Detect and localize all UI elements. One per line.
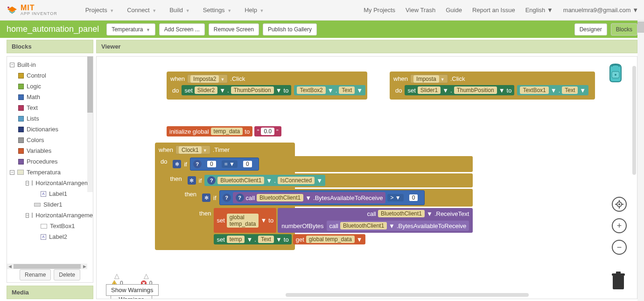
warnings-up-icon[interactable]: △	[114, 272, 119, 279]
cat-lists[interactable]: Lists	[9, 113, 91, 124]
page-vscroll[interactable]	[637, 21, 644, 301]
show-warnings-button[interactable]: Show Warnings	[106, 284, 159, 296]
cat-dictionaries[interactable]: Dictionaries	[9, 124, 91, 135]
tree-vscroll[interactable]	[87, 57, 93, 192]
link-view-trash[interactable]: View Trash	[406, 7, 435, 14]
cat-control[interactable]: Control	[9, 70, 91, 81]
blocks-tree: −Built-in Control Logic Math Text Lists …	[7, 57, 93, 282]
tree-screen[interactable]: −Temperatura	[9, 167, 91, 178]
designer-tab[interactable]: Designer	[574, 23, 607, 36]
project-title: home_automation_panel	[7, 24, 99, 34]
media-panel-title: Media	[7, 286, 93, 299]
blocks-tab[interactable]: Blocks	[611, 23, 637, 36]
errors-up-icon[interactable]: △	[144, 272, 149, 279]
language-dropdown[interactable]: English ▼	[525, 7, 553, 14]
tree-hscroll[interactable]: ◀▶	[7, 264, 87, 269]
block-init-global[interactable]: initialize global temp_data to " 0.0 "	[167, 126, 281, 136]
blocks-workspace[interactable]: when Imposta2▼ .Click do set Slider2▼ . …	[97, 57, 637, 299]
tree-comp-textbox1[interactable]: TextBox1	[9, 221, 91, 231]
top-bar: MIT APP INVENTOR Projects ▼ Connect ▼ Bu…	[0, 0, 644, 21]
delete-button[interactable]: Delete	[54, 269, 80, 280]
block-event-imposta2[interactable]: when Imposta2▼ .Click do set Slider2▼ . …	[167, 72, 367, 100]
link-report-issue[interactable]: Report an Issue	[472, 7, 515, 14]
main-area: Blocks −Built-in Control Logic Math Text…	[0, 38, 644, 301]
blocks-panel-title: Blocks	[7, 40, 93, 53]
menu-settings[interactable]: Settings ▼	[203, 7, 232, 14]
logo-icon	[6, 5, 19, 16]
right-column: Viewer when Imposta2▼ .Click do set Slid…	[93, 38, 644, 301]
block-event-clock-timer[interactable]: when Clock1▼ .Timer do ✻if ? 0 = ▼	[155, 143, 295, 250]
main-menu: Projects ▼ Connect ▼ Build ▼ Settings ▼ …	[85, 7, 264, 14]
project-toolbar: home_automation_panel Temperatura ▼ Add …	[0, 21, 644, 38]
cat-variables[interactable]: Variables	[9, 145, 91, 156]
nav-right: My Projects View Trash Guide Report an I…	[364, 7, 638, 14]
link-guide[interactable]: Guide	[446, 7, 462, 14]
cat-colors[interactable]: Colors	[9, 135, 91, 145]
svg-rect-11	[613, 275, 624, 289]
tree-comp-h2[interactable]: −HorizontalArrangemen	[9, 210, 91, 221]
cat-math[interactable]: Math	[9, 92, 91, 102]
tree-builtin[interactable]: −Built-in	[9, 59, 91, 70]
menu-connect[interactable]: Connect ▼	[127, 7, 156, 14]
rename-button[interactable]: Rename	[20, 269, 51, 280]
logo[interactable]: MIT APP INVENTOR	[6, 4, 57, 16]
menu-projects[interactable]: Projects ▼	[85, 7, 114, 14]
backpack-icon[interactable]	[604, 62, 627, 83]
svg-point-0	[7, 7, 9, 8]
viewer-panel: when Imposta2▼ .Click do set Slider2▼ . …	[96, 56, 637, 299]
cat-procedures[interactable]: Procedures	[9, 156, 91, 167]
add-screen-button[interactable]: Add Screen ...	[159, 23, 205, 36]
menu-build[interactable]: Build ▼	[169, 7, 189, 14]
remove-screen-button[interactable]: Remove Screen	[209, 23, 259, 36]
user-dropdown[interactable]: manuelmra9@gmail.com ▼	[563, 7, 638, 14]
cat-logic[interactable]: Logic	[9, 81, 91, 92]
tree-comp-label2[interactable]: ALabel2	[9, 231, 91, 242]
left-column: Blocks −Built-in Control Logic Math Text…	[0, 38, 93, 301]
trash-icon[interactable]	[610, 271, 627, 291]
viewer-panel-title: Viewer	[96, 40, 637, 53]
block-event-imposta[interactable]: when Imposta▼ .Click do set Slider1▼ . T…	[390, 72, 595, 100]
viewer-hscroll[interactable]	[286, 293, 529, 297]
center-view-button[interactable]	[612, 197, 627, 212]
tree-comp-h1[interactable]: −HorizontalArrangemen	[9, 178, 91, 188]
logo-text-main: MIT	[21, 4, 57, 12]
svg-point-6	[618, 203, 620, 205]
publish-gallery-button[interactable]: Publish to Gallery	[263, 23, 317, 36]
svg-point-4	[615, 74, 616, 76]
zoom-out-button[interactable]: −	[612, 240, 627, 255]
link-my-projects[interactable]: My Projects	[364, 7, 395, 14]
logo-text-sub: APP INVENTOR	[21, 12, 57, 16]
tree-comp-slider1[interactable]: Slider1	[9, 199, 91, 210]
tree-comp-label1[interactable]: ALabel1	[9, 188, 91, 199]
screen-dropdown[interactable]: Temperatura ▼	[106, 23, 155, 36]
cat-text[interactable]: Text	[9, 102, 91, 113]
menu-help[interactable]: Help ▼	[245, 7, 264, 14]
svg-rect-13	[616, 272, 621, 274]
viewer-vscroll[interactable]	[632, 66, 636, 175]
zoom-in-button[interactable]: +	[612, 218, 627, 233]
